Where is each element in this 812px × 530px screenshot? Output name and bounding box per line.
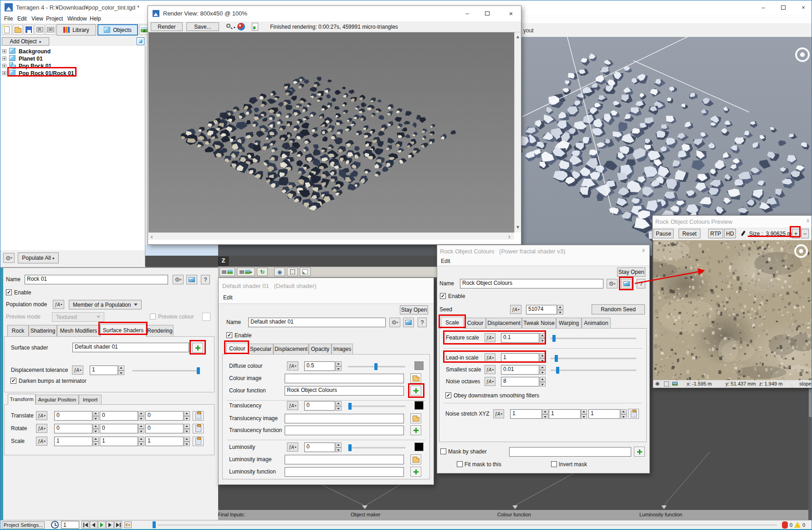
stretch-fa[interactable]: ƒA▸: [493, 409, 504, 418]
zoom-tool-icon[interactable]: ▸: [225, 23, 235, 31]
render-image-area[interactable]: [148, 32, 514, 232]
tab-specular[interactable]: Specular: [248, 344, 273, 355]
menu-file[interactable]: File: [4, 15, 13, 22]
save-render-button[interactable]: Save...: [186, 22, 219, 31]
displacement-tolerance-field[interactable]: 1: [90, 365, 118, 375]
displacement-tolerance-slider[interactable]: [133, 370, 200, 371]
scroll-right-arrow[interactable]: ›: [508, 233, 511, 240]
tree-expander[interactable]: [2, 49, 6, 53]
render-view-minimize[interactable]: –: [460, 8, 475, 18]
pause-button[interactable]: Pause: [654, 229, 674, 238]
edit-menu[interactable]: Edit: [441, 258, 450, 264]
new-project-icon[interactable]: [2, 25, 12, 35]
scroll-left-arrow[interactable]: ‹: [151, 233, 153, 240]
colour-image-browse-button[interactable]: [410, 373, 421, 383]
prev-frame-button[interactable]: [90, 521, 97, 529]
surface-shader-field[interactable]: Default shader 01: [72, 343, 189, 352]
feature-scale-slider[interactable]: [551, 338, 636, 339]
translucency-swatch[interactable]: [414, 401, 424, 410]
open-file-icon[interactable]: [13, 25, 23, 35]
feature-scale-fa[interactable]: ƒA▸: [485, 333, 495, 342]
rotate-y-spinner[interactable]: [138, 424, 144, 433]
tree-item-pop-rock-01-rock-01[interactable]: Pop Rock 01/Rock 01: [19, 70, 74, 77]
render-log-icon[interactable]: [252, 23, 258, 31]
translate-y-field[interactable]: 0: [100, 411, 138, 421]
add-surface-shader-button[interactable]: [192, 343, 203, 353]
luminosity-slider[interactable]: [348, 447, 405, 448]
node-label-luminosity-function[interactable]: Luminosity function: [639, 512, 682, 517]
node-label-object-maker[interactable]: Object maker: [351, 512, 380, 517]
translucency-function-add-button[interactable]: [410, 425, 421, 435]
shader-name-field[interactable]: Default shader 01: [248, 318, 386, 327]
scale-z-spinner[interactable]: [184, 437, 190, 446]
fractal-help-button[interactable]: ?: [637, 279, 645, 288]
tree-expander[interactable]: [2, 64, 6, 68]
shader-preview-button[interactable]: [403, 318, 414, 327]
lead-in-spinner[interactable]: [540, 353, 546, 363]
tab-colour[interactable]: Colour: [226, 343, 248, 355]
play-button[interactable]: [98, 521, 106, 529]
feature-scale-spinner[interactable]: [540, 333, 546, 343]
slider-handle[interactable]: [374, 363, 378, 370]
node-label-colour-function[interactable]: Colour function: [497, 512, 531, 517]
tab-warping[interactable]: Warping: [556, 318, 582, 329]
fractal-name-field[interactable]: Rock Object Colours: [460, 279, 603, 288]
rtp-button[interactable]: RTP: [708, 229, 723, 238]
lead-in-fa[interactable]: ƒA▸: [485, 353, 495, 362]
tab-opacity[interactable]: Opacity: [309, 344, 332, 355]
brush-icon[interactable]: [741, 230, 747, 237]
tab-tweak-noise[interactable]: Tweak Noise: [522, 318, 556, 329]
rotate-z-spinner[interactable]: [184, 424, 190, 433]
objects-button[interactable]: Objects: [97, 24, 138, 36]
tab-images[interactable]: Images: [332, 344, 353, 355]
translate-x-field[interactable]: 0: [54, 411, 92, 421]
darken-bumps-checkbox[interactable]: ✓: [10, 378, 16, 384]
menu-edit[interactable]: Edit: [17, 15, 27, 22]
translucency-spinner[interactable]: [336, 401, 342, 411]
smallest-spinner[interactable]: [540, 365, 546, 375]
preview-texture-area[interactable]: ◉ x: -1.595 m y: 51.437 mm z: 1.949 m sl…: [653, 240, 812, 388]
rotate-x-field[interactable]: 0: [54, 424, 92, 433]
render-button[interactable]: Render: [151, 22, 183, 31]
smallest-fa[interactable]: ƒA▸: [485, 365, 495, 374]
translucency-image-field[interactable]: [285, 414, 404, 423]
lead-in-field[interactable]: 1: [501, 353, 539, 363]
noise-octaves-field[interactable]: 8: [501, 377, 539, 386]
octaves-spinner[interactable]: [540, 377, 546, 386]
diffuse-slider[interactable]: [348, 366, 405, 367]
luminosity-fa[interactable]: ƒA▸: [287, 443, 298, 452]
tab-scale[interactable]: Scale: [441, 317, 464, 329]
timeline-track[interactable]: [158, 525, 777, 525]
hd-button[interactable]: HD: [724, 229, 736, 238]
preview-close-icon[interactable]: x: [807, 217, 809, 224]
rotate-y-field[interactable]: 0: [100, 424, 138, 433]
shader-help-button[interactable]: ?: [418, 318, 427, 327]
diffuse-fa[interactable]: ƒA▸: [287, 361, 298, 370]
rotate-fa[interactable]: ƒA▸: [36, 424, 47, 433]
reset-button[interactable]: Reset: [679, 229, 700, 238]
render-h-scrollbar[interactable]: ‹ ›: [148, 232, 514, 240]
project-settings-button[interactable]: Project Settings...: [2, 521, 45, 529]
stretch-z-field[interactable]: 1: [588, 409, 620, 419]
size-decrease-button[interactable]: −: [801, 229, 809, 238]
layout-button-partial[interactable]: yout: [523, 27, 534, 34]
seed-spinner[interactable]: [557, 305, 563, 314]
tab-rendering[interactable]: Rendering: [146, 325, 174, 337]
footer-eye-icon[interactable]: ◉: [655, 381, 660, 386]
mask-shader-field[interactable]: [509, 447, 631, 457]
translate-x-spinner[interactable]: [93, 411, 99, 421]
translucency-field[interactable]: 0: [304, 401, 335, 411]
help-button[interactable]: ?: [201, 275, 210, 284]
translate-y-spinner[interactable]: [138, 411, 144, 421]
scale-copy-button[interactable]: [193, 437, 204, 446]
fractal-stay-open-button[interactable]: Stay Open: [617, 268, 645, 277]
translate-fa[interactable]: ƒA▸: [36, 411, 47, 420]
scale-x-spinner[interactable]: [93, 437, 99, 446]
footer-grid-icon[interactable]: [664, 381, 669, 386]
close-button[interactable]: ×: [796, 2, 811, 12]
library-button[interactable]: Library: [56, 24, 96, 36]
stay-open-button[interactable]: Stay Open: [400, 305, 428, 314]
translucency-image-browse-button[interactable]: [410, 413, 421, 423]
menu-window[interactable]: Window: [67, 15, 87, 22]
fractal-preview-button[interactable]: [621, 279, 632, 288]
